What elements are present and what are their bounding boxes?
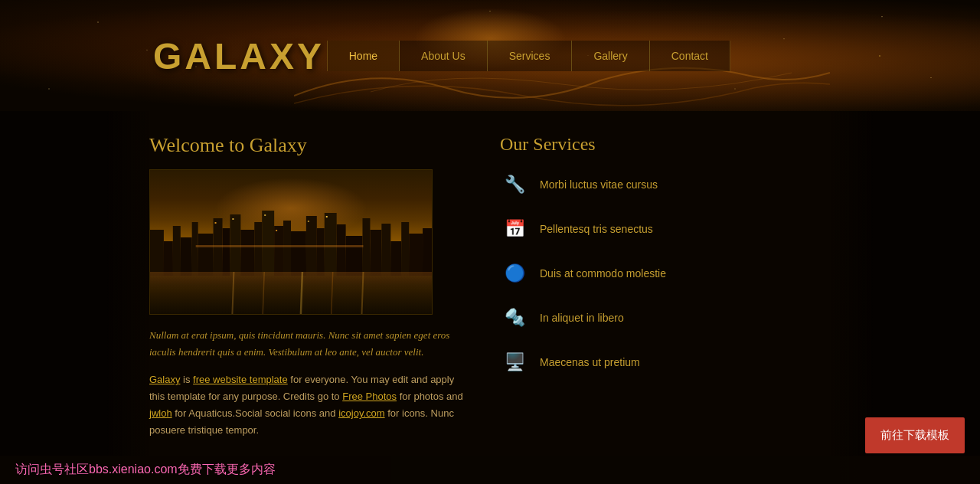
water-streaks [150,272,432,314]
body-paragraph: Galaxy is free website template for ever… [149,371,469,439]
svg-rect-21 [370,230,381,276]
service-icon-2: 📅 [500,214,529,244]
svg-rect-27 [232,218,234,220]
service-label-1: Morbi luctus vitae cursus [540,178,658,191]
service-icon-1: 🔧 [500,170,529,199]
svg-rect-24 [401,222,409,276]
svg-rect-30 [308,221,309,222]
svg-line-37 [332,272,333,314]
svg-rect-22 [381,224,390,276]
nav-gallery[interactable]: Gallery [571,41,649,71]
svg-rect-2 [173,226,181,276]
nav-services[interactable]: Services [487,41,573,71]
svg-rect-9 [240,230,254,276]
bottom-bar: 访问虫号社区bbs.xieniao.com免费下载更多内容 [0,456,980,484]
svg-rect-19 [346,236,363,276]
svg-rect-11 [262,211,274,276]
svg-rect-3 [181,237,192,276]
svg-line-34 [232,272,234,314]
site-logo: GALAXY [153,34,325,77]
service-item-4: 🔩 In aliquet in libero [500,303,762,332]
svg-rect-29 [326,216,328,217]
side-column: Our Services 🔧 Morbi luctus vitae cursus… [500,134,762,440]
svg-rect-23 [390,241,401,276]
svg-line-35 [263,272,264,314]
welcome-title: Welcome to Galaxy [149,134,469,157]
svg-rect-1 [164,241,173,276]
main-column: Welcome to Galaxy [149,134,469,440]
services-title: Our Services [500,134,762,155]
free-template-link[interactable]: free website template [193,374,288,385]
svg-rect-32 [276,230,277,231]
italic-paragraph: Nullam at erat ipsum, quis tincidunt mau… [149,327,469,361]
content-wrapper: Welcome to Galaxy [149,111,762,463]
svg-rect-33 [196,245,364,247]
svg-rect-28 [264,214,266,216]
service-label-5: Maecenas ut pretium [540,356,640,368]
svg-rect-31 [215,222,217,224]
svg-rect-26 [423,228,432,276]
svg-rect-4 [192,222,198,276]
svg-rect-12 [274,226,283,276]
service-icon-4: 🔩 [500,303,529,332]
service-label-3: Duis at commodo molestie [540,267,666,280]
service-item-3: 🔵 Duis at commodo molestie [500,259,762,288]
main-nav: Home About Us Services Gallery Contact [328,41,730,71]
nav-home[interactable]: Home [327,41,400,71]
city-image [149,169,433,315]
svg-rect-17 [325,213,337,276]
nav-about[interactable]: About Us [399,41,488,71]
svg-rect-7 [222,228,230,276]
service-icon-5: 🖥️ [500,348,529,377]
service-label-4: In aliquet in libero [540,312,624,324]
svg-rect-16 [317,228,325,276]
city-skyline-svg [150,199,432,276]
hero-header: GALAXY Home About Us Services Gallery Co… [0,0,980,111]
service-item-1: 🔧 Morbi luctus vitae cursus [500,170,762,199]
svg-rect-13 [283,221,291,276]
svg-rect-5 [198,234,214,276]
service-icon-3: 🔵 [500,259,529,288]
service-item-2: 📅 Pellentesq tris senectus [500,214,762,244]
nav-contact[interactable]: Contact [649,41,730,71]
jwloh-link[interactable]: jwloh [149,407,172,419]
svg-line-36 [301,272,302,314]
galaxy-link[interactable]: Galaxy [149,374,180,385]
svg-rect-10 [254,222,262,276]
svg-rect-14 [291,231,306,276]
svg-rect-20 [362,218,370,276]
service-item-5: 🖥️ Maecenas ut pretium [500,348,762,377]
nav-wrapper: Home About Us Services Gallery Contact [879,55,880,57]
download-button[interactable]: 前往下载模板 [865,417,965,453]
svg-rect-18 [337,224,346,276]
service-label-2: Pellentesq tris senectus [540,223,653,235]
free-photos-link[interactable]: Free Photos [342,391,397,402]
icojoy-link[interactable]: icojoy.com [338,407,384,419]
svg-rect-25 [409,234,423,276]
svg-rect-0 [150,230,164,276]
svg-line-38 [361,272,363,314]
